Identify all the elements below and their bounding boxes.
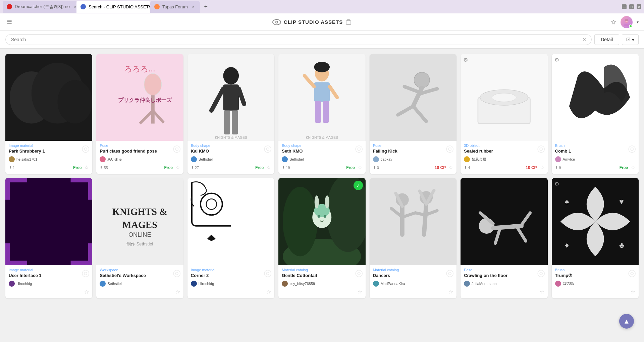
card-title: Trump③: [555, 273, 635, 279]
logo-clipboard-icon: [345, 19, 352, 25]
card-price: Free: [73, 165, 82, 170]
card-star-button[interactable]: ☆: [358, 289, 362, 295]
asset-card[interactable]: Image material Corner 2 Hirochidg ☆ ◎: [187, 178, 274, 298]
filter-icon: ☑: [626, 37, 631, 42]
asset-card[interactable]: Pose Falling Kick capkay ⬇ 0 10 CP ☆ ◎: [370, 54, 457, 174]
card-footer: ⬇ 27 Free ☆: [191, 164, 271, 171]
author-avatar: [9, 156, 15, 162]
card-star-button[interactable]: ☆: [540, 164, 544, 171]
card-footer: ☆: [282, 289, 362, 295]
card-footer: ⬇ 9 Free ☆: [555, 164, 635, 171]
tab-clipstudio[interactable]: Search - CLIP STUDIO ASSETS ×: [76, 1, 150, 13]
minimize-button[interactable]: —: [622, 4, 627, 9]
download-icon: ⬇: [282, 165, 285, 170]
search-input-wrap: ×: [5, 34, 592, 45]
favorites-button[interactable]: ☆: [610, 18, 616, 26]
card-star-button[interactable]: ☆: [175, 164, 180, 171]
card-star-button[interactable]: ☆: [631, 289, 635, 295]
card-star-button[interactable]: ☆: [84, 164, 89, 171]
author-name: 禁忌金属: [472, 157, 486, 162]
svg-point-46: [492, 93, 517, 102]
svg-text:♠: ♠: [565, 197, 569, 206]
card-star-button[interactable]: ☆: [358, 164, 362, 171]
tab-dreamcatcher[interactable]: Dreamcatcher (드림캐쳐) no ×: [3, 1, 76, 13]
author-avatar: [373, 156, 379, 162]
card-image: KNIGHTS & MAGES: [278, 54, 365, 141]
card-image: [370, 54, 457, 141]
logo-text: CLIP STUDIO ASSETS: [284, 19, 343, 25]
card-downloads: ⬇ 9: [555, 165, 561, 170]
search-input[interactable]: [11, 37, 580, 42]
card-star-button[interactable]: ☆: [266, 164, 271, 171]
tab-icon-dreamcatcher: [7, 4, 12, 9]
card-body: Brush Trump③ ぼの05 ☆: [552, 265, 639, 298]
author-avatar: [464, 281, 470, 287]
card-title: Kai KMO: [191, 149, 271, 154]
card-downloads: ⬇ 0: [373, 165, 379, 170]
new-tab-button[interactable]: +: [201, 2, 211, 11]
scroll-to-top-button[interactable]: ▲: [619, 314, 634, 329]
card-author: 禁忌金属: [464, 156, 544, 162]
author-name: Sethstiel: [199, 157, 213, 161]
card-image: ♠ ♥ ♦ ♣: [552, 178, 639, 265]
asset-card[interactable]: Image material Park Shrubbery 1 helsaku1…: [5, 54, 92, 174]
card-body: Workspace Sethstiel's Workspace Sethstie…: [96, 265, 183, 298]
card-category: Pose: [100, 144, 180, 148]
tab-tapas[interactable]: Tapas Forum ×: [150, 1, 200, 13]
card-star-button[interactable]: ☆: [540, 289, 544, 295]
card-star-button[interactable]: ☆: [631, 164, 635, 171]
svg-point-63: [315, 195, 319, 209]
account-dropdown-arrow[interactable]: ▾: [637, 20, 639, 24]
asset-card[interactable]: Pose Crawling on the floor JuliaMersmann…: [461, 178, 547, 298]
maximize-button[interactable]: □: [629, 4, 634, 9]
main-content: Image material Park Shrubbery 1 helsaku1…: [0, 49, 644, 304]
card-star-button[interactable]: ☆: [448, 289, 453, 295]
svg-rect-36: [370, 54, 457, 141]
card-category: Pose: [373, 144, 453, 148]
asset-card[interactable]: ⚙ Brush Comb 1 AmyIce ⬇ 9 Free ☆ ◎: [552, 54, 639, 174]
asset-card[interactable]: ⚙ 3D object Sealed rubber 禁忌金属 ⬇ 4 10 CP…: [461, 54, 547, 174]
card-author: Sethstiel: [100, 281, 180, 287]
asset-card[interactable]: KNIGHTS & MAGES Body shape Kai KMO Seths…: [187, 54, 274, 174]
card-star-button[interactable]: ☆: [175, 289, 180, 295]
card-star-button[interactable]: ☆: [448, 164, 453, 171]
menu-button[interactable]: ☰: [5, 17, 13, 27]
asset-card[interactable]: Image material User Interface 1 Hirochid…: [5, 178, 92, 298]
window-controls: — □ ✕: [622, 4, 641, 9]
asset-card[interactable]: ろろろ... プリクラ仲良しポーズ Pose Puri class good f…: [96, 54, 183, 174]
asset-card[interactable]: KNIGHTS & MAGES Body shape Seth KMO Seth…: [278, 54, 365, 174]
tab-close-dreamcatcher[interactable]: ×: [72, 4, 76, 9]
author-avatar: [555, 281, 561, 287]
card-category: Image material: [9, 144, 89, 148]
user-avatar[interactable]: [621, 16, 633, 28]
card-price: 10 CP: [526, 165, 537, 170]
asset-card[interactable]: KNIGHTS & MAGES ONLINE 制作 Sethstiel Work…: [96, 178, 183, 298]
asset-card[interactable]: ♠ ♥ ♦ ♣ ⚙ Brush Trump③ ぼの05 ☆ ◎: [552, 178, 639, 298]
search-bar-container: × Detail ☑ ▾: [0, 31, 644, 49]
tab-close-tapas[interactable]: ×: [191, 4, 196, 9]
detail-button[interactable]: Detail: [594, 34, 619, 45]
svg-point-6: [624, 24, 629, 26]
close-button[interactable]: ✕: [637, 4, 641, 9]
svg-rect-31: [315, 101, 321, 123]
card-footer: ⬇ 4 10 CP ☆: [464, 164, 544, 171]
asset-card[interactable]: ✓ Material catalog Gentle Cottontail its…: [278, 178, 365, 298]
svg-rect-32: [323, 101, 329, 123]
svg-line-75: [415, 213, 425, 215]
search-clear-button[interactable]: ×: [583, 37, 586, 43]
card-star-button[interactable]: ☆: [266, 289, 271, 295]
browser-frame: Dreamcatcher (드림캐쳐) no × Search - CLIP S…: [0, 0, 644, 342]
card-price: Free: [346, 165, 355, 170]
card-author: helsaku1701: [9, 156, 89, 162]
svg-point-2: [276, 21, 277, 23]
author-name: JuliaMersmann: [472, 282, 497, 286]
card-star-button[interactable]: ☆: [84, 289, 89, 295]
svg-point-29: [314, 62, 330, 72]
tab-label-dreamcatcher: Dreamcatcher (드림캐쳐) no: [15, 4, 70, 10]
asset-card[interactable]: Material catalog Dancers MadPandaKira ☆ …: [370, 178, 457, 298]
author-name: helsaku1701: [16, 157, 37, 161]
card-image: KNIGHTS & MAGES: [187, 54, 274, 141]
filter-button[interactable]: ☑ ▾: [622, 34, 639, 45]
svg-text:♣: ♣: [619, 241, 624, 249]
card-title: Seth KMO: [282, 149, 362, 154]
